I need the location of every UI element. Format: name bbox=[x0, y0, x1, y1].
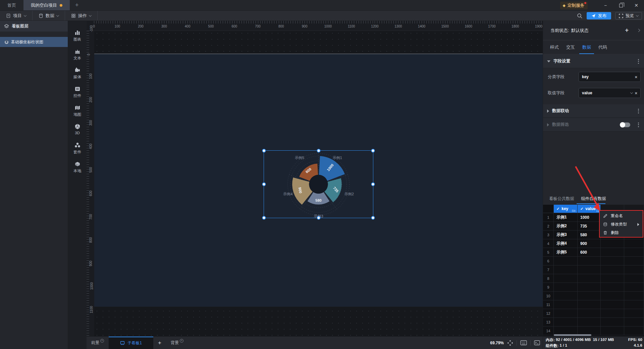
add-state-button[interactable]: + bbox=[625, 27, 629, 34]
table-cell[interactable] bbox=[578, 318, 601, 326]
table-row-11[interactable]: 11 bbox=[543, 300, 644, 309]
canvas[interactable]: 0100200300400500600700800900100011001200… bbox=[87, 21, 543, 336]
table-cell[interactable]: 示例1 bbox=[554, 213, 578, 221]
properties-tab-4[interactable]: 代码 bbox=[595, 40, 610, 54]
context-menu-delete[interactable]: 删除 bbox=[600, 229, 643, 237]
table-cell[interactable] bbox=[624, 292, 644, 300]
table-cell[interactable] bbox=[601, 309, 624, 317]
background-button[interactable]: 背景 + bbox=[166, 337, 188, 349]
add-background-icon[interactable]: + bbox=[180, 339, 183, 343]
table-cell[interactable]: 示例4 bbox=[554, 239, 578, 248]
table-horizontal-scrollbar[interactable] bbox=[554, 334, 591, 336]
table-row-9[interactable]: 9 bbox=[543, 283, 644, 292]
table-cell[interactable] bbox=[601, 257, 624, 265]
console-icon[interactable] bbox=[534, 340, 540, 345]
chevron-right-icon[interactable] bbox=[637, 29, 640, 32]
tab-project[interactable]: 我的空白项目 bbox=[23, 0, 70, 10]
table-cell[interactable] bbox=[601, 248, 624, 256]
table-cell[interactable] bbox=[624, 283, 644, 291]
column-header-key[interactable]: ✓keyStr. bbox=[554, 205, 578, 213]
publish-button[interactable]: 发布 bbox=[587, 12, 611, 19]
rail-item-widget[interactable]: 控件 bbox=[73, 86, 81, 105]
table-cell[interactable]: 示例5 bbox=[554, 248, 578, 256]
table-cell[interactable] bbox=[554, 318, 578, 326]
table-cell[interactable] bbox=[578, 274, 601, 283]
context-menu-change-type[interactable]: 修改类型 bbox=[600, 220, 643, 229]
table-cell[interactable] bbox=[554, 283, 578, 291]
add-foreground-icon[interactable]: + bbox=[100, 339, 104, 343]
table-cell[interactable] bbox=[601, 292, 624, 300]
menu-project[interactable]: 项目 bbox=[0, 11, 33, 20]
table-cell[interactable] bbox=[601, 274, 624, 283]
tab-component-own-data[interactable]: 组件自有数据 bbox=[578, 196, 609, 202]
subboard-tab[interactable]: 子看板1 bbox=[109, 337, 153, 349]
table-cell[interactable]: 600 bbox=[578, 248, 601, 256]
section-data-linkage[interactable]: 数据联动 bbox=[543, 104, 644, 118]
table-cell[interactable] bbox=[578, 265, 601, 274]
selection-handle[interactable] bbox=[262, 149, 266, 153]
selection-handle[interactable] bbox=[371, 149, 375, 153]
table-cell[interactable]: 900 bbox=[578, 239, 601, 248]
properties-tab-1[interactable]: 样式 bbox=[547, 40, 562, 54]
table-cell[interactable] bbox=[624, 248, 644, 256]
selection-handle[interactable] bbox=[262, 183, 266, 186]
table-row-12[interactable]: 12 bbox=[543, 309, 644, 318]
menu-data[interactable]: 数据 bbox=[33, 11, 65, 20]
table-cell[interactable] bbox=[601, 318, 624, 326]
table-cell[interactable] bbox=[624, 300, 644, 309]
table-cell[interactable] bbox=[601, 283, 624, 291]
section-data-filter[interactable]: 数据筛选 bbox=[543, 118, 644, 132]
preview-button[interactable]: 预览 bbox=[615, 12, 642, 19]
table-row-6[interactable]: 6 bbox=[543, 257, 644, 265]
table-cell[interactable] bbox=[578, 327, 601, 335]
new-tab-button[interactable]: + bbox=[70, 0, 84, 10]
table-row-7[interactable]: 7 bbox=[543, 265, 644, 274]
tab-home[interactable]: 首页 bbox=[0, 0, 23, 10]
properties-tab-2[interactable]: 交互 bbox=[563, 40, 578, 54]
table-cell[interactable] bbox=[554, 274, 578, 283]
clear-icon[interactable]: × bbox=[635, 91, 637, 96]
table-cell[interactable]: 示例3 bbox=[554, 231, 578, 239]
table-cell[interactable] bbox=[601, 265, 624, 274]
keyboard-icon[interactable] bbox=[520, 340, 527, 345]
table-row-5[interactable]: 5示例5600 bbox=[543, 248, 644, 257]
table-cell[interactable] bbox=[578, 300, 601, 309]
table-cell[interactable] bbox=[624, 318, 644, 326]
table-cell[interactable]: 示例2 bbox=[554, 222, 578, 230]
table-cell[interactable]: 580 bbox=[578, 231, 601, 239]
table-row-4[interactable]: 4示例4900 bbox=[543, 239, 644, 248]
minimize-button[interactable]: − bbox=[598, 0, 613, 11]
table-cell[interactable] bbox=[624, 327, 644, 335]
table-cell[interactable] bbox=[554, 309, 578, 317]
table-cell[interactable] bbox=[601, 300, 624, 309]
rail-item-media[interactable]: 媒体 bbox=[73, 67, 81, 86]
kebab-menu-icon[interactable] bbox=[637, 121, 640, 129]
selection-handle[interactable] bbox=[317, 149, 320, 153]
kebab-menu-icon[interactable] bbox=[637, 58, 640, 65]
value-field-select[interactable]: value × bbox=[579, 88, 641, 98]
column-header-value[interactable]: ✓value12 bbox=[578, 205, 601, 213]
table-cell[interactable] bbox=[624, 239, 644, 248]
table-row-8[interactable]: 8 bbox=[543, 274, 644, 283]
custom-service-badge[interactable]: ◆ 定制服务 bbox=[560, 2, 588, 9]
section-field-settings[interactable]: 字段设置 bbox=[543, 55, 644, 68]
layer-item-polar-bar-chart[interactable]: 基础极坐标柱状图 bbox=[0, 37, 68, 47]
rail-item-cube-3d[interactable]: 3D bbox=[74, 123, 80, 142]
foreground-button[interactable]: 前景 + bbox=[87, 337, 109, 349]
selection-handle[interactable] bbox=[262, 216, 266, 220]
table-cell[interactable] bbox=[601, 327, 624, 335]
table-cell[interactable] bbox=[624, 274, 644, 283]
restore-button[interactable] bbox=[613, 0, 629, 11]
table-cell[interactable] bbox=[578, 309, 601, 317]
table-cell[interactable] bbox=[578, 283, 601, 291]
selection-rect[interactable] bbox=[264, 150, 373, 218]
table-row-10[interactable]: 10 bbox=[543, 292, 644, 300]
add-subboard-button[interactable]: + bbox=[153, 340, 166, 346]
rail-item-map[interactable]: 地图 bbox=[73, 105, 81, 123]
table-cell[interactable] bbox=[554, 327, 578, 335]
table-cell[interactable] bbox=[624, 265, 644, 274]
rail-item-kit[interactable]: 套件 bbox=[73, 142, 81, 161]
zoom-percentage[interactable]: 69.79% bbox=[490, 341, 504, 345]
rail-item-text[interactable]: 文本 bbox=[73, 48, 81, 67]
table-row-13[interactable]: 13 bbox=[543, 318, 644, 327]
